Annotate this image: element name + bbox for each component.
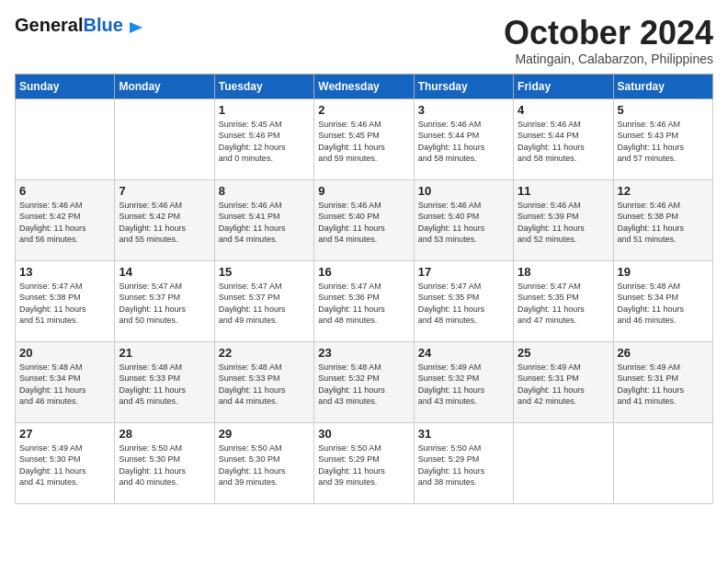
day-number: 24: [418, 346, 509, 360]
calendar-cell: 4Sunrise: 5:46 AM Sunset: 5:44 PM Daylig…: [514, 98, 613, 179]
calendar-cell: 18Sunrise: 5:47 AM Sunset: 5:35 PM Dayli…: [514, 260, 613, 341]
calendar-cell: 16Sunrise: 5:47 AM Sunset: 5:36 PM Dayli…: [314, 260, 414, 341]
day-number: 5: [618, 103, 709, 117]
calendar-cell: 10Sunrise: 5:46 AM Sunset: 5:40 PM Dayli…: [414, 179, 513, 260]
weekday-thursday: Thursday: [414, 74, 513, 98]
calendar-cell: 3Sunrise: 5:46 AM Sunset: 5:44 PM Daylig…: [414, 98, 513, 179]
day-info: Sunrise: 5:46 AM Sunset: 5:40 PM Dayligh…: [418, 200, 509, 246]
day-info: Sunrise: 5:50 AM Sunset: 5:30 PM Dayligh…: [119, 442, 210, 488]
day-number: 8: [219, 184, 310, 198]
calendar-cell: 19Sunrise: 5:48 AM Sunset: 5:34 PM Dayli…: [613, 260, 712, 341]
week-row-2: 6Sunrise: 5:46 AM Sunset: 5:42 PM Daylig…: [16, 179, 713, 260]
calendar-cell: 17Sunrise: 5:47 AM Sunset: 5:35 PM Dayli…: [414, 260, 513, 341]
day-number: 27: [19, 427, 110, 441]
week-row-3: 13Sunrise: 5:47 AM Sunset: 5:38 PM Dayli…: [16, 260, 713, 341]
calendar-cell: 15Sunrise: 5:47 AM Sunset: 5:37 PM Dayli…: [214, 260, 313, 341]
weekday-tuesday: Tuesday: [214, 74, 313, 98]
day-number: 11: [518, 184, 609, 198]
calendar-cell: 1Sunrise: 5:45 AM Sunset: 5:46 PM Daylig…: [214, 98, 313, 179]
day-info: Sunrise: 5:47 AM Sunset: 5:37 PM Dayligh…: [219, 281, 310, 327]
weekday-monday: Monday: [115, 74, 214, 98]
calendar-cell: 12Sunrise: 5:46 AM Sunset: 5:38 PM Dayli…: [613, 179, 712, 260]
day-number: 4: [518, 103, 609, 117]
day-info: Sunrise: 5:48 AM Sunset: 5:32 PM Dayligh…: [318, 362, 409, 408]
day-number: 19: [618, 265, 709, 279]
calendar-table: SundayMondayTuesdayWednesdayThursdayFrid…: [15, 74, 713, 504]
day-info: Sunrise: 5:46 AM Sunset: 5:41 PM Dayligh…: [219, 200, 310, 246]
calendar-cell: 20Sunrise: 5:48 AM Sunset: 5:34 PM Dayli…: [16, 341, 115, 422]
svg-marker-0: [130, 22, 142, 33]
calendar-cell: 2Sunrise: 5:46 AM Sunset: 5:45 PM Daylig…: [314, 98, 414, 179]
day-number: 28: [119, 427, 210, 441]
day-info: Sunrise: 5:46 AM Sunset: 5:39 PM Dayligh…: [518, 200, 609, 246]
day-number: 26: [618, 346, 709, 360]
day-number: 22: [219, 346, 310, 360]
calendar-cell: 29Sunrise: 5:50 AM Sunset: 5:30 PM Dayli…: [214, 422, 313, 503]
day-number: 29: [219, 427, 310, 441]
day-number: 9: [318, 184, 409, 198]
day-number: 6: [19, 184, 110, 198]
calendar-cell: 14Sunrise: 5:47 AM Sunset: 5:37 PM Dayli…: [115, 260, 214, 341]
day-number: 3: [418, 103, 509, 117]
day-number: 14: [119, 265, 210, 279]
calendar-cell: 5Sunrise: 5:46 AM Sunset: 5:43 PM Daylig…: [613, 98, 712, 179]
calendar-body: 1Sunrise: 5:45 AM Sunset: 5:46 PM Daylig…: [16, 98, 713, 503]
day-info: Sunrise: 5:46 AM Sunset: 5:43 PM Dayligh…: [618, 119, 709, 165]
logo-wrapper: GeneralBlue: [15, 15, 144, 36]
week-row-5: 27Sunrise: 5:49 AM Sunset: 5:30 PM Dayli…: [16, 422, 713, 503]
weekday-sunday: Sunday: [16, 74, 115, 98]
page-header: GeneralBlue October 2024 Matingain, Cala…: [15, 15, 713, 66]
day-info: Sunrise: 5:46 AM Sunset: 5:42 PM Dayligh…: [19, 200, 110, 246]
day-number: 31: [418, 427, 509, 441]
weekday-header-row: SundayMondayTuesdayWednesdayThursdayFrid…: [16, 74, 713, 98]
day-info: Sunrise: 5:45 AM Sunset: 5:46 PM Dayligh…: [219, 119, 310, 165]
week-row-1: 1Sunrise: 5:45 AM Sunset: 5:46 PM Daylig…: [16, 98, 713, 179]
calendar-cell: [16, 98, 115, 179]
day-info: Sunrise: 5:48 AM Sunset: 5:34 PM Dayligh…: [618, 281, 709, 327]
day-info: Sunrise: 5:48 AM Sunset: 5:33 PM Dayligh…: [219, 362, 310, 408]
day-number: 20: [19, 346, 110, 360]
day-number: 18: [518, 265, 609, 279]
day-number: 7: [119, 184, 210, 198]
day-number: 10: [418, 184, 509, 198]
title-section: October 2024 Matingain, Calabarzon, Phil…: [504, 15, 713, 66]
calendar-cell: 13Sunrise: 5:47 AM Sunset: 5:38 PM Dayli…: [16, 260, 115, 341]
calendar-cell: 27Sunrise: 5:49 AM Sunset: 5:30 PM Dayli…: [16, 422, 115, 503]
day-info: Sunrise: 5:50 AM Sunset: 5:29 PM Dayligh…: [318, 442, 409, 488]
calendar-cell: [514, 422, 613, 503]
month-title: October 2024: [504, 15, 713, 52]
calendar-cell: 7Sunrise: 5:46 AM Sunset: 5:42 PM Daylig…: [115, 179, 214, 260]
day-number: 15: [219, 265, 310, 279]
calendar-cell: 9Sunrise: 5:46 AM Sunset: 5:40 PM Daylig…: [314, 179, 414, 260]
day-info: Sunrise: 5:48 AM Sunset: 5:34 PM Dayligh…: [19, 362, 110, 408]
day-info: Sunrise: 5:46 AM Sunset: 5:44 PM Dayligh…: [418, 119, 509, 165]
location: Matingain, Calabarzon, Philippines: [504, 52, 713, 66]
calendar-cell: 26Sunrise: 5:49 AM Sunset: 5:31 PM Dayli…: [613, 341, 712, 422]
day-number: 30: [318, 427, 409, 441]
calendar-cell: 30Sunrise: 5:50 AM Sunset: 5:29 PM Dayli…: [314, 422, 414, 503]
calendar-cell: 21Sunrise: 5:48 AM Sunset: 5:33 PM Dayli…: [115, 341, 214, 422]
calendar-cell: 24Sunrise: 5:49 AM Sunset: 5:32 PM Dayli…: [414, 341, 513, 422]
day-number: 23: [318, 346, 409, 360]
day-info: Sunrise: 5:47 AM Sunset: 5:36 PM Dayligh…: [318, 281, 409, 327]
day-info: Sunrise: 5:46 AM Sunset: 5:44 PM Dayligh…: [518, 119, 609, 165]
day-number: 2: [318, 103, 409, 117]
day-info: Sunrise: 5:46 AM Sunset: 5:40 PM Dayligh…: [318, 200, 409, 246]
weekday-saturday: Saturday: [613, 74, 712, 98]
day-info: Sunrise: 5:48 AM Sunset: 5:33 PM Dayligh…: [119, 362, 210, 408]
calendar-cell: 28Sunrise: 5:50 AM Sunset: 5:30 PM Dayli…: [115, 422, 214, 503]
day-info: Sunrise: 5:47 AM Sunset: 5:38 PM Dayligh…: [19, 281, 110, 327]
calendar-cell: 6Sunrise: 5:46 AM Sunset: 5:42 PM Daylig…: [16, 179, 115, 260]
day-number: 21: [119, 346, 210, 360]
calendar-cell: 23Sunrise: 5:48 AM Sunset: 5:32 PM Dayli…: [314, 341, 414, 422]
week-row-4: 20Sunrise: 5:48 AM Sunset: 5:34 PM Dayli…: [16, 341, 713, 422]
day-info: Sunrise: 5:46 AM Sunset: 5:38 PM Dayligh…: [618, 200, 709, 246]
day-info: Sunrise: 5:47 AM Sunset: 5:35 PM Dayligh…: [518, 281, 609, 327]
calendar-cell: 25Sunrise: 5:49 AM Sunset: 5:31 PM Dayli…: [514, 341, 613, 422]
logo: GeneralBlue: [15, 15, 144, 36]
calendar-cell: 22Sunrise: 5:48 AM Sunset: 5:33 PM Dayli…: [214, 341, 313, 422]
day-info: Sunrise: 5:47 AM Sunset: 5:37 PM Dayligh…: [119, 281, 210, 327]
calendar-cell: 8Sunrise: 5:46 AM Sunset: 5:41 PM Daylig…: [214, 179, 313, 260]
day-number: 12: [618, 184, 709, 198]
day-info: Sunrise: 5:46 AM Sunset: 5:45 PM Dayligh…: [318, 119, 409, 165]
